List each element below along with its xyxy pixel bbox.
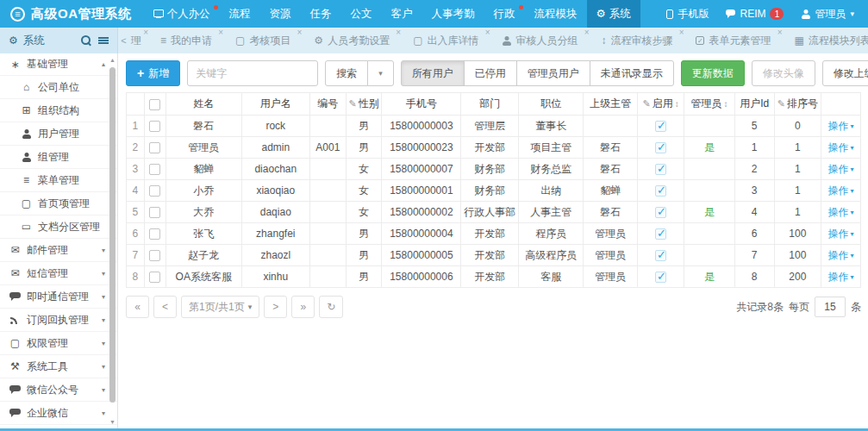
row-checkbox[interactable]	[149, 272, 160, 283]
close-icon[interactable]: ×	[679, 28, 684, 37]
row-action-link[interactable]: 操作▾	[827, 119, 853, 134]
search-icon[interactable]	[81, 35, 91, 46]
tab-inventory-details[interactable]: ▢ 出入库详情 ×	[404, 28, 493, 53]
close-icon[interactable]: ×	[584, 28, 590, 37]
row-action-link[interactable]: 操作▾	[827, 248, 853, 263]
filter-all-users[interactable]: 所有用户	[401, 60, 465, 86]
filter-not-in-directory[interactable]: 未通讯录显示	[590, 60, 674, 86]
sidebar-item-org-structure[interactable]: ⊞ 组织结构	[0, 99, 117, 122]
close-icon[interactable]: ×	[777, 28, 783, 37]
row-checkbox[interactable]	[149, 185, 160, 197]
nav-item-workflow[interactable]: 流程	[220, 0, 260, 28]
sidebar-group-basic-management[interactable]: ∗ 基础管理 ▴	[0, 53, 117, 76]
next-page-button[interactable]: >	[264, 296, 287, 318]
close-icon[interactable]: ×	[297, 28, 303, 37]
cell-phone: 15800000003	[382, 116, 461, 137]
enabled-checkbox[interactable]	[655, 272, 666, 283]
row-action-link[interactable]: 操作▾	[827, 162, 853, 177]
last-page-button[interactable]: »	[291, 296, 315, 318]
tab-reviewer-groups[interactable]: 审核人员分组 ×	[493, 28, 592, 53]
cell-dept: 管理层	[461, 116, 519, 137]
sidebar-group-permissions[interactable]: ▢ 权限管理 ▾	[0, 332, 117, 355]
enabled-checkbox[interactable]	[655, 250, 666, 261]
filter-disabled-users[interactable]: 已停用	[464, 60, 517, 86]
nav-item-tasks[interactable]: 任务	[301, 0, 341, 28]
prev-page-button[interactable]: <	[153, 296, 177, 318]
tab-flow-review-steps[interactable]: ↕ 流程审核步骤 ×	[592, 28, 687, 53]
row-action-link[interactable]: 操作▾	[827, 184, 853, 198]
nav-item-hr-attendance[interactable]: 人事考勤	[422, 0, 484, 28]
nav-item-customers[interactable]: 客户	[382, 0, 422, 28]
sidebar-group-instant-messaging[interactable]: 即时通信管理 ▾	[0, 285, 117, 309]
scroll-up-icon[interactable]: ▲	[109, 57, 116, 63]
row-checkbox[interactable]	[149, 164, 160, 175]
sidebar-item-company-units[interactable]: ⌂ 公司单位	[0, 76, 117, 99]
sidebar-group-sms[interactable]: ✉ 短信管理 ▾	[0, 262, 117, 285]
add-button[interactable]: + 新增	[126, 60, 180, 86]
row-action-link[interactable]: 操作▾	[827, 141, 853, 155]
modify-superior-button[interactable]: 修改上级	[822, 60, 868, 86]
nav-item-personal-office[interactable]: 个人办公	[144, 0, 220, 28]
select-all-checkbox[interactable]	[149, 99, 160, 110]
sidebar-group-subscription-receipts[interactable]: 订阅回执管理 ▾	[0, 309, 117, 332]
tab-attendance-settings[interactable]: ⚙ 人员考勤设置 ×	[305, 28, 404, 53]
close-icon[interactable]: ×	[485, 28, 490, 37]
row-action-link[interactable]: 操作▾	[827, 270, 853, 284]
enabled-checkbox[interactable]	[655, 228, 666, 240]
close-icon[interactable]: ×	[218, 28, 223, 37]
update-data-button[interactable]: 更新数据	[681, 60, 745, 86]
sidebar-group-mail[interactable]: ✉ 邮件管理 ▾	[0, 239, 117, 262]
row-checkbox[interactable]	[149, 121, 160, 132]
sidebar-group-system-tools[interactable]: ⚒ 系统工具 ▾	[0, 355, 117, 378]
tab-my-applications[interactable]: ≡ 我的申请 ×	[152, 28, 227, 53]
app-logo[interactable]: ≡ 高级OA管理系统	[0, 6, 144, 22]
current-user-menu[interactable]: 管理员 ▾	[801, 7, 854, 22]
first-page-button[interactable]: «	[126, 296, 149, 318]
modify-avatar-button[interactable]: 修改头像	[752, 60, 815, 86]
page-indicator-dropdown[interactable]: 第1页/共1页▾	[181, 296, 259, 318]
per-page-input[interactable]	[815, 297, 846, 317]
nav-item-resources[interactable]: 资源	[260, 0, 301, 28]
nav-item-documents[interactable]: 公文	[341, 0, 382, 28]
close-icon[interactable]: ×	[143, 28, 148, 37]
row-action-link[interactable]: 操作▾	[827, 205, 853, 220]
sidebar-item-group-management[interactable]: 组管理	[0, 146, 117, 169]
refresh-button[interactable]: ↻	[319, 296, 343, 318]
tab-assessment-projects[interactable]: ▢ 考核项目 ×	[227, 28, 305, 53]
search-dropdown-button[interactable]: ▾	[367, 60, 394, 86]
sidebar-item-user-management[interactable]: 用户管理	[0, 122, 117, 146]
row-checkbox[interactable]	[149, 250, 160, 261]
search-button[interactable]: 搜索	[325, 60, 368, 86]
row-action-link[interactable]: 操作▾	[827, 227, 853, 241]
row-checkbox[interactable]	[149, 142, 160, 153]
enabled-checkbox[interactable]	[655, 185, 666, 197]
scroll-down-icon[interactable]: ▼	[109, 419, 116, 425]
header-admin[interactable]: 管理员↕	[684, 93, 734, 116]
nav-item-system[interactable]: ⚙ 系统	[587, 0, 640, 28]
filter-admin-users[interactable]: 管理员用户	[516, 60, 590, 86]
sidebar-group-wechat-official[interactable]: 微信公众号 ▾	[0, 378, 117, 402]
header-enabled[interactable]: ✎启用↕	[637, 93, 684, 116]
sidebar-item-menu-management[interactable]: ≡ 菜单管理	[0, 169, 117, 192]
enabled-checkbox[interactable]	[655, 121, 666, 132]
hamburger-icon[interactable]	[98, 36, 109, 45]
tab-scroll-left[interactable]: <	[118, 28, 129, 53]
tab-form-elements[interactable]: ✓ 表单元素管理 ×	[687, 28, 785, 53]
mobile-version-button[interactable]: 手机版	[666, 7, 709, 22]
nav-item-administration[interactable]: 行政	[484, 0, 525, 28]
tab-truncated[interactable]: 理 ×	[129, 28, 152, 53]
sidebar-item-doc-partitions[interactable]: ▭ 文档分区管理	[0, 216, 117, 239]
reim-messages-button[interactable]: REIM 1	[726, 8, 784, 20]
nav-item-flow-modules[interactable]: 流程模块	[525, 0, 587, 28]
enabled-checkbox[interactable]	[655, 207, 666, 218]
close-icon[interactable]: ×	[396, 28, 401, 37]
sidebar-item-homepage-items[interactable]: ▢ 首页项管理	[0, 192, 117, 216]
keyword-input[interactable]	[187, 60, 318, 86]
row-checkbox[interactable]	[149, 207, 160, 218]
enabled-checkbox[interactable]	[655, 164, 666, 175]
tab-flow-module-list[interactable]: ▦ 流程模块列表 ×	[785, 28, 868, 53]
scrollbar-thumb[interactable]	[109, 67, 116, 403]
enabled-checkbox[interactable]	[655, 142, 666, 153]
sidebar-group-enterprise-wechat[interactable]: 企业微信 ▾	[0, 402, 117, 425]
row-checkbox[interactable]	[149, 228, 160, 240]
